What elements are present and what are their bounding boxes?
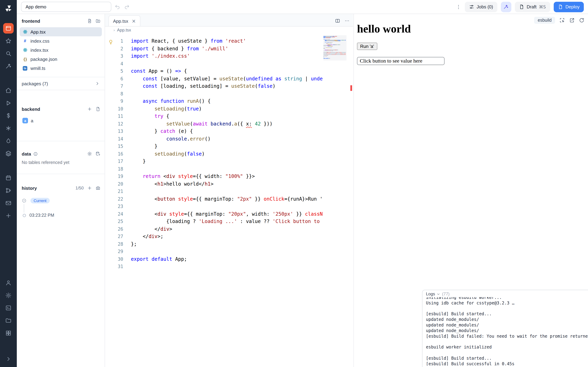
code-line-25[interactable]: 25 {loading ? 'Loading ...' : value ?? '… bbox=[105, 218, 323, 225]
star-icon[interactable] bbox=[3, 36, 14, 46]
refresh-button[interactable] bbox=[579, 17, 585, 23]
code-line-10[interactable]: 10 setLoading(true) bbox=[105, 105, 323, 113]
code-box-icon[interactable] bbox=[3, 303, 14, 313]
add-table-button[interactable] bbox=[95, 151, 100, 156]
gear-icon[interactable] bbox=[3, 290, 14, 300]
snapshot-button[interactable] bbox=[95, 186, 100, 191]
code-line-5[interactable]: 5const App = () => { bbox=[105, 67, 323, 75]
home-icon[interactable] bbox=[3, 85, 14, 96]
user-icon[interactable] bbox=[3, 277, 14, 288]
code-line-24[interactable]: 24 <div style={{ marginTop: "20px", widt… bbox=[105, 210, 323, 218]
layers-icon[interactable] bbox=[3, 148, 14, 159]
grid-icon[interactable] bbox=[3, 328, 14, 338]
close-icon[interactable]: × bbox=[132, 18, 136, 23]
code-line-26[interactable]: 26 </div> bbox=[105, 225, 323, 233]
editor-more-button[interactable] bbox=[344, 18, 350, 23]
deploy-button[interactable]: Deploy bbox=[553, 1, 584, 12]
history-point-bullet[interactable] bbox=[23, 214, 26, 217]
code-line-3[interactable]: 3import './index.css' bbox=[105, 52, 323, 60]
logs-panel: Logs (77) Initializing esbuild worker...… bbox=[422, 290, 588, 367]
add-file-button[interactable] bbox=[87, 18, 92, 23]
inspect-button[interactable] bbox=[559, 17, 565, 23]
asterisk-icon[interactable] bbox=[3, 123, 14, 133]
split-view-button[interactable] bbox=[335, 18, 340, 23]
code-line-23[interactable]: 23 bbox=[105, 203, 323, 210]
log-line: [esbuild] Build successful in 0.45s bbox=[426, 361, 585, 366]
code-line-18[interactable]: 18 bbox=[105, 165, 323, 173]
code-line-9[interactable]: 9 async function runA() { bbox=[105, 98, 323, 105]
react-file-icon bbox=[22, 48, 28, 52]
droplet-icon[interactable] bbox=[3, 136, 14, 146]
code-line-6[interactable]: 6 const [value, setValue] = useState(und… bbox=[105, 75, 323, 83]
calendar-icon[interactable] bbox=[3, 173, 14, 183]
plus-icon[interactable] bbox=[3, 210, 14, 221]
file-name: index.css bbox=[30, 38, 49, 43]
data-empty-text: No tables referenced yet bbox=[17, 157, 105, 165]
lightbulb-icon[interactable] bbox=[108, 40, 113, 45]
code-line-27[interactable]: 27 </div>; bbox=[105, 233, 323, 240]
file-item-app-tsx[interactable]: App.tsx bbox=[20, 27, 102, 36]
code-line-8[interactable]: 8 bbox=[105, 90, 323, 98]
folder-icon[interactable] bbox=[3, 315, 14, 326]
new-file-button[interactable] bbox=[95, 107, 100, 111]
add-folder-button[interactable] bbox=[95, 18, 100, 23]
tab-app-tsx[interactable]: App.tsx × bbox=[109, 15, 140, 26]
code-line-22[interactable]: 22 <button style={{ marginTop: "2px" }} … bbox=[105, 195, 323, 203]
jobs-button[interactable]: Jobs (0) bbox=[465, 1, 497, 12]
code-line-28[interactable]: 28}; bbox=[105, 240, 323, 248]
dollar-icon[interactable] bbox=[3, 110, 14, 121]
branch-icon[interactable] bbox=[3, 185, 14, 196]
code-line-31[interactable]: 31 bbox=[105, 263, 323, 270]
code-area[interactable]: 1import React, { useState } from 'react'… bbox=[105, 34, 353, 367]
play-icon[interactable] bbox=[3, 98, 14, 108]
code-line-30[interactable]: 30export default App; bbox=[105, 255, 323, 263]
redo-icon[interactable] bbox=[124, 4, 130, 10]
breadcrumb[interactable]: › App.tsx bbox=[105, 26, 353, 33]
file-item-index-tsx[interactable]: index.tsx bbox=[20, 45, 102, 55]
add-script-button[interactable] bbox=[87, 107, 92, 111]
ai-wand-button[interactable] bbox=[501, 1, 511, 12]
code-line-12[interactable]: 12 setValue(await backend.a({ x: 42 })) bbox=[105, 120, 323, 128]
code-line-2[interactable]: 2import { backend } from './wmill' bbox=[105, 45, 323, 52]
file-item-wmill-ts[interactable]: tswmill.ts bbox=[20, 64, 102, 73]
history-timeline: Current 03:23:22 PM bbox=[17, 197, 105, 219]
logs-dropdown[interactable]: Logs bbox=[426, 292, 440, 296]
code-line-20[interactable]: 20 <h1>hello world</h1> bbox=[105, 180, 323, 188]
code-line-29[interactable]: 29 bbox=[105, 248, 323, 255]
code-line-15[interactable]: 15 } bbox=[105, 143, 323, 150]
file-item-index-css[interactable]: #index.css bbox=[20, 36, 102, 45]
search-icon[interactable] bbox=[3, 48, 14, 59]
app-name-input[interactable] bbox=[21, 2, 111, 12]
code-line-1[interactable]: 1import React, { useState } from 'react' bbox=[105, 37, 323, 45]
code-line-7[interactable]: 7 const [loading, setLoading] = useState… bbox=[105, 83, 323, 90]
app-window-icon[interactable] bbox=[3, 23, 14, 33]
run-a-button[interactable]: Run 'a' bbox=[357, 43, 377, 50]
code-line-16[interactable]: 16 setLoading(false) bbox=[105, 150, 323, 158]
code-line-4[interactable]: 4 bbox=[105, 60, 323, 67]
draft-button[interactable]: Draft⌘S bbox=[515, 1, 550, 12]
gear-icon bbox=[87, 151, 92, 156]
magic-wand-icon[interactable] bbox=[3, 61, 14, 71]
minimap[interactable] bbox=[323, 36, 346, 60]
backend-script-a[interactable]: aa bbox=[20, 116, 102, 125]
code-lines[interactable]: 1import React, { useState } from 'react'… bbox=[105, 34, 323, 270]
file-item-package-json[interactable]: { }package.json bbox=[20, 55, 102, 64]
undo-icon[interactable] bbox=[115, 4, 121, 10]
chevron-right-icon[interactable] bbox=[5, 356, 12, 362]
code-line-11[interactable]: 11 try { bbox=[105, 113, 323, 120]
open-in-new-button[interactable] bbox=[569, 17, 575, 23]
data-settings-button[interactable] bbox=[87, 151, 92, 156]
windmill-logo-icon[interactable] bbox=[4, 4, 13, 13]
section-divider bbox=[17, 174, 105, 174]
code-line-14[interactable]: 14 console.error() bbox=[105, 135, 323, 143]
history-timestamp[interactable]: 03:23:22 PM bbox=[29, 213, 54, 218]
mail-icon[interactable] bbox=[3, 198, 14, 208]
history-add-button[interactable] bbox=[87, 186, 92, 191]
code-line-17[interactable]: 17 } bbox=[105, 158, 323, 165]
kebab-menu-icon[interactable] bbox=[456, 4, 461, 10]
code-line-13[interactable]: 13 } catch (e) { bbox=[105, 128, 323, 135]
history-current-badge[interactable]: Current bbox=[30, 198, 50, 203]
packages-toggle[interactable]: packages (7) bbox=[17, 77, 105, 90]
code-line-21[interactable]: 21 bbox=[105, 188, 323, 195]
code-line-19[interactable]: 19 return <div style={{ width: "100%" }}… bbox=[105, 173, 323, 180]
